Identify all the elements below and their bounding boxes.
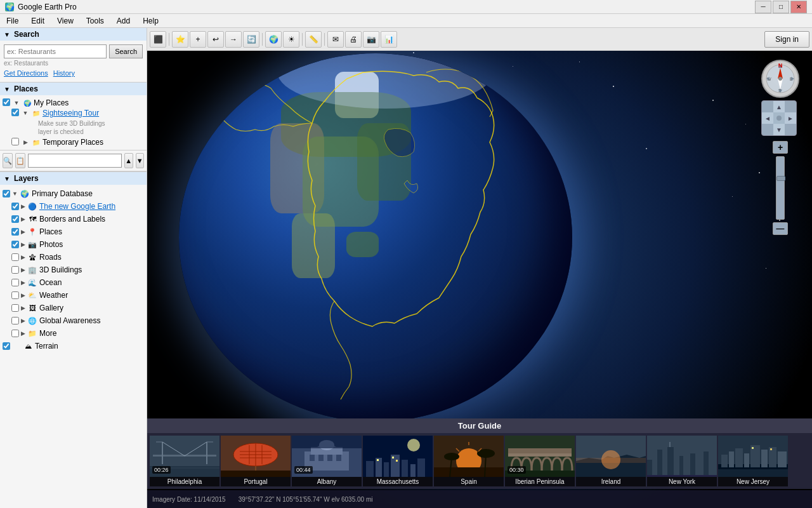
earth-btn[interactable]: 🌍 <box>265 31 282 48</box>
save-image-btn[interactable]: 📷 <box>363 31 379 48</box>
pan-north-btn[interactable]: ▲ <box>773 101 785 112</box>
ocean-checkbox[interactable] <box>11 279 19 286</box>
menu-tools[interactable]: Tools <box>80 15 110 27</box>
view-in-google-maps-btn[interactable]: 📊 <box>381 31 397 48</box>
sightseeing-label[interactable]: Sightseeing Tour <box>43 109 99 117</box>
temporary-places-checkbox[interactable] <box>11 138 19 145</box>
folder-view-btn[interactable]: 📋 <box>15 153 25 168</box>
sidebar-toggle-btn[interactable]: ⬛ <box>150 31 166 48</box>
ruler-btn[interactable]: 📏 <box>305 31 322 48</box>
menu-add[interactable]: Add <box>110 15 136 27</box>
zoom-handle[interactable] <box>776 176 785 181</box>
earth-globe[interactable] <box>179 53 572 422</box>
3d-buildings-checkbox[interactable] <box>11 266 19 274</box>
maximize-button[interactable]: □ <box>773 1 789 13</box>
search-input[interactable] <box>4 44 107 58</box>
tour-item-new-jersey[interactable]: New Jersey <box>718 436 788 486</box>
zoom-in-btn[interactable]: + <box>773 141 788 154</box>
tour-item-portugal[interactable]: Portugal <box>221 436 291 486</box>
layer-terrain[interactable]: ⛰ Terrain <box>3 340 144 352</box>
primary-db-checkbox[interactable] <box>3 190 10 197</box>
pan-east-btn[interactable]: ► <box>785 112 796 124</box>
get-directions-link[interactable]: Get Directions <box>4 69 48 77</box>
layer-roads[interactable]: ▶ 🛣 Roads <box>11 251 144 264</box>
new-earth-checkbox[interactable] <box>11 203 19 210</box>
layer-more[interactable]: ▶ 📁 More <box>11 327 144 340</box>
move-up-btn[interactable]: ▲ <box>124 153 133 168</box>
tour-item-iberian[interactable]: 00:30 Iberian Peninsula <box>505 436 575 486</box>
layer-new-earth[interactable]: ▶ 🔵 The new Google Earth <box>11 200 144 213</box>
search-section: ▼ Search Search ex: Restaurants Get Dire… <box>0 28 147 83</box>
photos-checkbox[interactable] <box>11 241 19 248</box>
sign-in-button[interactable]: Sign in <box>764 31 809 48</box>
close-button[interactable]: ✕ <box>790 1 807 13</box>
layer-ocean[interactable]: ▶ 🌊 Ocean <box>11 276 144 289</box>
svg-rect-85 <box>704 451 709 477</box>
temporary-places-item[interactable]: ▶ 📁 Temporary Places <box>11 137 144 147</box>
add-placemark-btn[interactable]: ⭐ <box>172 31 188 48</box>
ocean-icon: 🌊 <box>27 277 37 288</box>
my-places-item[interactable]: ▼ 🌍 My Places <box>3 98 144 108</box>
layer-photos[interactable]: ▶ 📷 Photos <box>11 238 144 251</box>
temporary-folder-icon: 📁 <box>32 138 41 147</box>
new-earth-label[interactable]: The new Google Earth <box>39 202 115 211</box>
more-checkbox[interactable] <box>11 330 19 337</box>
roads-checkbox[interactable] <box>11 253 19 261</box>
places-layer-label: Places <box>39 227 62 236</box>
move-down-btn[interactable]: ▼ <box>136 153 145 168</box>
my-places-checkbox[interactable] <box>3 98 10 106</box>
search-button[interactable]: Search <box>109 44 143 58</box>
search-title: Search <box>14 30 39 39</box>
tour-item-spain[interactable]: Spain <box>434 436 504 486</box>
svg-rect-98 <box>769 447 776 467</box>
add-polygon-btn[interactable]: + <box>190 31 206 48</box>
places-search-input[interactable] <box>28 154 122 168</box>
menu-edit[interactable]: Edit <box>25 15 51 27</box>
add-path-btn[interactable]: ↩ <box>207 31 224 48</box>
pan-south-btn[interactable]: ▼ <box>773 124 785 135</box>
layer-global-awareness[interactable]: ▶ 🌐 Global Awareness <box>11 314 144 327</box>
global-awareness-checkbox[interactable] <box>11 317 19 324</box>
compass[interactable]: N N S W E <box>761 60 799 98</box>
map-area[interactable]: ⬛ ⭐ + ↩ → 🔄 🌍 ☀ 📏 ✉ 🖨 📷 📊 Sign in <box>147 28 812 508</box>
tour-item-new-york[interactable]: New York <box>647 436 717 486</box>
tour-item-ireland[interactable]: Ireland <box>576 436 646 486</box>
terrain-checkbox[interactable] <box>3 342 10 350</box>
borders-checkbox[interactable] <box>11 215 19 223</box>
menu-file[interactable]: File <box>0 15 25 27</box>
search-tool-btn[interactable]: 🔍 <box>3 153 13 168</box>
sightseeing-tour-item[interactable]: ▼ 📁 Sightseeing Tour <box>11 108 144 118</box>
zoom-out-btn[interactable]: ─ <box>773 222 788 235</box>
layer-places[interactable]: ▶ 📍 Places <box>11 225 144 238</box>
layer-borders[interactable]: ▶ 🗺 Borders and Labels <box>11 213 144 225</box>
gallery-checkbox[interactable] <box>11 304 19 312</box>
menu-view[interactable]: View <box>51 15 80 27</box>
pan-west-btn[interactable]: ◄ <box>762 112 773 124</box>
layer-3d-buildings[interactable]: ▶ 🏢 3D Buildings <box>11 264 144 276</box>
tour-thumb-new-york <box>647 436 717 477</box>
places-layer-checkbox[interactable] <box>11 228 19 236</box>
layer-weather[interactable]: ▶ ⛅ Weather <box>11 289 144 302</box>
tour-item-albany[interactable]: 00:44 Albany <box>292 436 362 486</box>
email-btn[interactable]: ✉ <box>327 31 344 48</box>
search-header[interactable]: ▼ Search <box>0 28 147 41</box>
weather-checkbox[interactable] <box>11 291 19 299</box>
svg-rect-82 <box>684 448 690 477</box>
add-image-overlay-btn[interactable]: → <box>225 31 242 48</box>
layers-header[interactable]: ▼ Layers <box>0 172 147 185</box>
zoom-track[interactable] <box>776 156 785 220</box>
primary-db-item[interactable]: ▼ 🌍 Primary Database <box>3 187 144 200</box>
sightseeing-checkbox[interactable] <box>11 109 19 116</box>
tour-item-massachusetts[interactable]: Massachusetts <box>363 436 433 486</box>
svg-rect-40 <box>336 455 341 461</box>
photos-icon: 📷 <box>27 239 37 250</box>
minimize-button[interactable]: ─ <box>755 1 771 13</box>
history-link[interactable]: History <box>53 69 75 77</box>
menu-help[interactable]: Help <box>136 15 165 27</box>
tour-item-philadelphia[interactable]: 00:26 Philadelphia <box>150 436 219 486</box>
places-header[interactable]: ▼ Places <box>0 83 147 95</box>
layer-gallery[interactable]: ▶ 🖼 Gallery <box>11 302 144 314</box>
sky-btn[interactable]: ☀ <box>283 31 299 48</box>
print-btn[interactable]: 🖨 <box>345 31 362 48</box>
record-tour-btn[interactable]: 🔄 <box>243 31 259 48</box>
